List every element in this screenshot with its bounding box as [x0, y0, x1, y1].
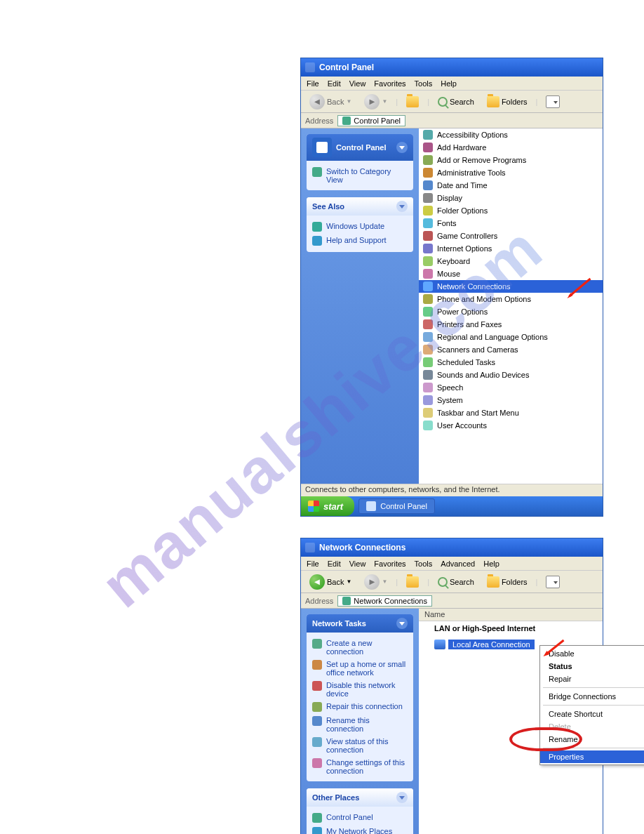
item-label: Printers and Faxes [437, 320, 502, 329]
cp-item-add-hardware[interactable]: Add Hardware [419, 141, 603, 154]
cp-item-user-accounts[interactable]: User Accounts [419, 419, 603, 432]
cp-item-internet-options[interactable]: Internet Options [419, 242, 603, 255]
collapse-icon[interactable] [396, 618, 408, 629]
item-label: Fonts [437, 219, 457, 227]
start-button[interactable]: start [301, 496, 354, 516]
back-button[interactable]: ◄ Back ▼ [305, 92, 356, 112]
network-tasks-header[interactable]: Network Tasks [307, 614, 413, 633]
up-button[interactable] [402, 574, 423, 590]
cp-item-display[interactable]: Display [419, 192, 603, 204]
forward-button[interactable]: ► ▼ [360, 92, 391, 112]
back-label: Back [327, 578, 344, 586]
cp-item-regional-and-language-options[interactable]: Regional and Language Options [419, 331, 603, 343]
cp-item-system[interactable]: System [419, 394, 603, 406]
menu-file[interactable]: File [307, 560, 319, 568]
control-panel-header[interactable]: Control Panel [307, 134, 413, 161]
cp-item-folder-options[interactable]: Folder Options [419, 204, 603, 217]
forward-button[interactable]: ► ▼ [360, 572, 391, 592]
items-list[interactable]: Accessibility OptionsAdd HardwareAdd or … [419, 128, 603, 484]
menu-tools[interactable]: Tools [415, 79, 433, 88]
back-arrow-icon: ◄ [309, 574, 325, 590]
switch-category-view-link[interactable]: Switch to Category View [312, 165, 408, 186]
folders-button[interactable]: Folders [483, 94, 532, 110]
collapse-icon[interactable] [396, 792, 408, 803]
panel-title: Control Panel [336, 143, 387, 152]
cp-item-add-or-remove-programs[interactable]: Add or Remove Programs [419, 154, 603, 166]
menu-tools[interactable]: Tools [415, 560, 433, 568]
place-link[interactable]: My Network Places [312, 825, 408, 834]
menu-favorites[interactable]: Favorites [374, 560, 405, 568]
task-link[interactable]: Disable this network device [312, 679, 408, 700]
views-button[interactable] [542, 574, 564, 590]
cp-item-fonts[interactable]: Fonts [419, 217, 603, 230]
item-label: Internet Options [437, 244, 492, 253]
task-link[interactable]: View status of this connection [312, 735, 408, 756]
taskbar-control-panel[interactable]: Control Panel [358, 498, 435, 514]
ctx-bridge[interactable]: Bridge Connections [540, 690, 644, 703]
menu-favorites[interactable]: Favorites [374, 79, 405, 88]
address-bar: Address Control Panel [301, 113, 603, 128]
item-icon [423, 155, 433, 165]
cp-item-power-options[interactable]: Power Options [419, 305, 603, 318]
item-icon [423, 218, 433, 228]
menu-edit[interactable]: Edit [328, 79, 341, 88]
local-area-connection-item[interactable]: Local Area Connection [434, 640, 535, 649]
menu-file[interactable]: File [307, 79, 319, 88]
task-icon [312, 716, 322, 726]
other-places-header[interactable]: Other Places [307, 788, 413, 807]
windows-update-link[interactable]: Windows Update [312, 220, 408, 234]
cp-item-date-and-time[interactable]: Date and Time [419, 179, 603, 192]
item-icon [423, 332, 433, 342]
cp-item-scheduled-tasks[interactable]: Scheduled Tasks [419, 356, 603, 369]
place-label: My Network Places [326, 827, 392, 834]
ctx-rename[interactable]: Rename [540, 733, 644, 746]
chevron-down-icon: ▼ [382, 578, 387, 585]
menu-view[interactable]: View [349, 560, 366, 568]
cp-item-sounds-and-audio-devices[interactable]: Sounds and Audio Devices [419, 369, 603, 381]
task-link[interactable]: Change settings of this connection [312, 756, 408, 777]
task-link[interactable]: Set up a home or small office network [312, 658, 408, 679]
cp-item-taskbar-and-start-menu[interactable]: Taskbar and Start Menu [419, 406, 603, 419]
task-link[interactable]: Rename this connection [312, 714, 408, 735]
cp-item-scanners-and-cameras[interactable]: Scanners and Cameras [419, 343, 603, 356]
ctx-status[interactable]: Status [540, 660, 644, 673]
titlebar[interactable]: Control Panel [301, 58, 603, 77]
menu-edit[interactable]: Edit [328, 560, 341, 568]
task-link[interactable]: Repair this connection [312, 700, 408, 714]
search-button[interactable]: Search [434, 575, 478, 589]
item-label: Folder Options [437, 206, 488, 215]
menu-help[interactable]: Help [441, 79, 457, 88]
back-button[interactable]: ◄ Back ▼ [305, 572, 356, 592]
column-header-name[interactable]: Name [419, 609, 603, 621]
chevron-down-icon: ▼ [346, 98, 351, 105]
task-label: Rename this connection [326, 716, 408, 733]
menu-view[interactable]: View [349, 79, 366, 88]
titlebar[interactable]: Network Connections [301, 538, 603, 557]
cp-item-administrative-tools[interactable]: Administrative Tools [419, 166, 603, 179]
cp-item-printers-and-faxes[interactable]: Printers and Faxes [419, 318, 603, 331]
search-button[interactable]: Search [434, 95, 478, 109]
address-field[interactable]: Network Connections [337, 595, 432, 607]
folders-button[interactable]: Folders [483, 574, 532, 590]
menu-help[interactable]: Help [483, 560, 499, 568]
up-button[interactable] [402, 94, 423, 110]
address-field[interactable]: Control Panel [337, 115, 405, 126]
cp-item-accessibility-options[interactable]: Accessibility Options [419, 128, 603, 141]
task-link[interactable]: Create a new connection [312, 637, 408, 658]
help-support-link[interactable]: Help and Support [312, 234, 408, 248]
cp-item-keyboard[interactable]: Keyboard [419, 255, 603, 267]
views-button[interactable] [542, 93, 564, 110]
ctx-properties[interactable]: Properties [540, 750, 644, 763]
collapse-icon[interactable] [396, 201, 408, 212]
cp-item-speech[interactable]: Speech [419, 381, 603, 394]
place-link[interactable]: Control Panel [312, 811, 408, 825]
collapse-icon[interactable] [396, 142, 408, 153]
see-also-header[interactable]: See Also [307, 197, 413, 216]
cp-item-game-controllers[interactable]: Game Controllers [419, 230, 603, 242]
chevron-down-icon: ▼ [346, 578, 351, 585]
ctx-repair[interactable]: Repair [540, 673, 644, 685]
back-arrow-icon: ◄ [309, 94, 325, 110]
ctx-shortcut[interactable]: Create Shortcut [540, 708, 644, 720]
item-icon [423, 345, 433, 355]
menu-advanced[interactable]: Advanced [441, 560, 475, 568]
